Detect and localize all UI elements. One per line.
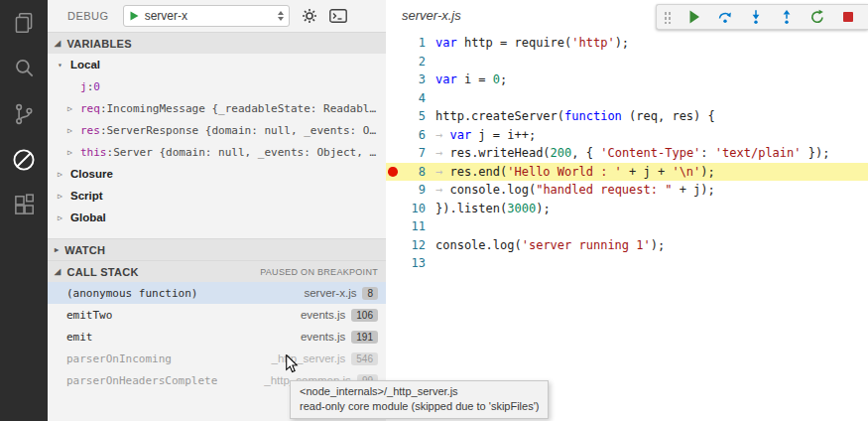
breakpoint-gutter[interactable] [386,70,400,89]
token-pln: ; [500,72,507,86]
scope-label: Local [70,59,100,70]
frame-file-name: _http_server.js [272,352,346,364]
scope-row[interactable]: ▾Local [48,54,386,75]
debug-config-name: server-x [145,9,278,23]
variable-separator: : [87,80,94,93]
frame-line-badge: 546 [351,352,378,365]
restart-button[interactable] [808,9,825,26]
breakpoint-gutter[interactable] [386,34,400,53]
code-line[interactable]: 9→ console.log("handled request: " + j); [386,181,868,200]
token-pln: console.log( [435,238,522,252]
code-line[interactable]: 7→ res.writeHead(200, { 'Content-Type': … [386,144,868,163]
scope-row[interactable]: ▷Script [48,185,386,207]
twistie-collapsed-icon[interactable]: ▷ [67,126,80,135]
breakpoint-gutter[interactable] [386,200,400,218]
variable-name: j [80,80,87,93]
code-line[interactable]: 10}).listen(3000); [386,200,868,218]
code-line[interactable]: 4 [386,89,868,108]
toolbar-drag-handle-icon[interactable] [664,10,672,24]
breakpoint-gutter[interactable] [386,181,400,200]
code-text: }).listen(3000); [435,200,551,218]
token-ws: → [435,128,449,142]
call-stack-section-header[interactable]: ◢ CALL STACK PAUSED ON BREAKPOINT [48,260,386,282]
twistie-collapsed-icon[interactable]: ▷ [67,148,80,157]
token-pln: , { [571,146,600,160]
variables-section-header[interactable]: ◢ VARIABLES [48,32,386,54]
sidebar-title: DEBUG [67,10,109,22]
frame-file-name: events.js [301,331,345,343]
stop-button[interactable] [839,9,856,26]
twistie-collapsed-icon[interactable]: ▷ [58,192,70,201]
variable-row[interactable]: ▷res: ServerResponse {domain: null, _eve… [48,119,386,141]
breakpoint-gutter[interactable] [386,89,400,108]
code-area: 1var http = require('http');23var i = 0;… [386,34,868,273]
code-line[interactable]: 2 [386,53,868,71]
twistie-collapsed-icon[interactable]: ▷ [58,213,70,222]
breakpoint-gutter[interactable] [386,53,400,71]
variable-row[interactable]: j: 0 [48,75,386,97]
token-kw: var [435,72,457,86]
call-stack-frame[interactable]: parserOnIncoming_http_server.js546 [48,348,386,369]
paused-status-badge: PAUSED ON BREAKPOINT [260,267,378,277]
breakpoint-gutter[interactable] [386,236,400,255]
token-pln: : [700,146,714,160]
step-out-button[interactable] [778,9,795,26]
call-stack-frame[interactable]: emitTwoevents.js106 [48,304,386,326]
token-str: "handled request: " [536,183,672,197]
call-stack-frame[interactable]: (anonymous function)server-x.js8 [48,282,386,304]
step-into-button[interactable] [747,9,764,26]
step-over-button[interactable] [716,9,733,26]
vscode-debug-window: DEBUG server-x [0,0,868,421]
settings-gear-icon[interactable] [302,8,317,24]
variable-row[interactable]: ▷req: IncomingMessage {_readableState: R… [48,97,386,119]
token-pln: http = require( [457,36,572,50]
start-debug-icon[interactable] [130,11,139,21]
code-line[interactable]: 1var http = require('http'); [386,34,868,53]
code-line[interactable]: 13 [386,254,868,273]
variable-value: Server {domain: null, _events: Object, … [113,146,376,159]
breakpoint-gutter[interactable] [386,217,400,236]
dropdown-arrows-icon [278,11,284,21]
token-num: 3000 [507,202,536,215]
variable-row[interactable]: ▷this: Server {domain: null, _events: Ob… [48,141,386,163]
frame-file-name: events.js [301,309,345,321]
token-pln: http.createServer( [435,109,564,123]
scope-row[interactable]: ▷Global [48,207,386,228]
twistie-expanded-icon[interactable]: ▾ [58,61,70,70]
variable-name: req [80,102,100,115]
source-control-icon[interactable] [9,99,39,129]
token-pln: + j + [622,165,673,179]
token-ws: → [435,165,449,179]
line-number: 7 [400,144,426,163]
watch-section-header[interactable]: ▸ WATCH [48,238,386,260]
continue-button[interactable] [685,9,702,26]
search-icon[interactable] [9,54,39,83]
code-line[interactable]: 11 [386,217,868,236]
twistie-collapsed-icon[interactable]: ▷ [58,170,70,179]
extensions-icon[interactable] [9,191,39,220]
breakpoint-gutter[interactable] [386,107,400,126]
debug-config-dropdown[interactable]: server-x [123,5,290,27]
editor-tab-title[interactable]: server-x.js [402,8,461,23]
breakpoint-gutter[interactable] [386,144,400,163]
breakpoint-gutter[interactable] [386,254,400,273]
debug-icon[interactable] [9,145,39,175]
line-number: 6 [400,126,426,145]
watch-section-label: WATCH [64,244,105,256]
line-number: 2 [400,53,426,71]
code-line[interactable]: 6→ var j = i++; [386,126,868,145]
token-kw: var [435,36,457,50]
explorer-icon[interactable] [9,8,39,38]
code-line[interactable]: 3var i = 0; [386,70,868,89]
breakpoint-gutter[interactable] [386,126,400,145]
code-line[interactable]: 5http.createServer(function (req, res) { [386,107,868,126]
code-line[interactable]: 12console.log('server running 1'); [386,236,868,255]
call-stack-frame[interactable]: emitevents.js191 [48,326,386,348]
code-line[interactable]: 8→ res.end('Hello World : ' + j + '\n'); [386,163,868,182]
mouse-cursor [285,354,299,373]
code-text: http.createServer(function (req, res) { [435,107,715,126]
debug-console-icon[interactable] [329,9,347,23]
breakpoint-icon[interactable] [386,163,400,182]
twistie-collapsed-icon[interactable]: ▷ [67,104,80,113]
scope-row[interactable]: ▷Closure [48,163,386,185]
